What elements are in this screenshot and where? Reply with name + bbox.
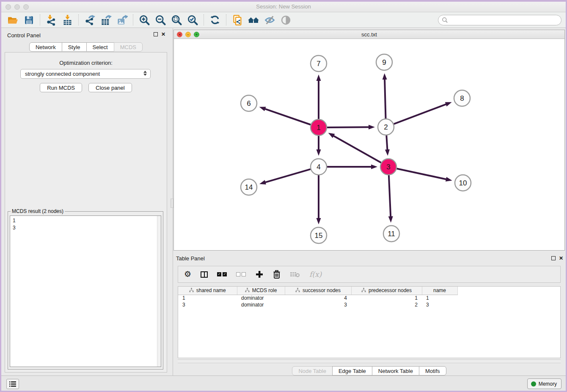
delete-trash-icon[interactable] [273,270,281,279]
tab-mcds[interactable]: MCDS [114,42,143,52]
zoom-in-icon [139,14,150,26]
close-panel-icon[interactable]: ✕ [161,32,165,36]
graph-edge-3-10[interactable] [397,168,447,179]
network-window-titlebar[interactable]: ✕ − + scc.txt [174,30,564,39]
toolbar-separator [78,14,79,25]
open-session-button[interactable] [6,14,19,26]
close-table-panel-icon[interactable]: ✕ [559,256,563,260]
tab-network[interactable]: Network [29,42,62,52]
graph-node-label: 2 [384,123,388,131]
save-session-button[interactable] [22,14,35,26]
memory-label: Memory [539,381,557,387]
graph-node-label: 15 [315,232,323,240]
tab-network-table[interactable]: Network Table [372,366,419,375]
refresh-button[interactable] [209,14,221,26]
export-network-button[interactable] [83,14,96,26]
column-header-successor-nodes[interactable]: successor nodes [285,287,351,295]
mcds-panel: Optimization criterion: strongly connect… [5,52,167,373]
show-graphics-details-button[interactable] [279,14,292,26]
create-column-plus-icon[interactable] [255,270,264,279]
toggle-panes-icon[interactable] [201,271,208,278]
tab-node-table[interactable]: Node Table [292,366,333,375]
delete-table-icon [290,271,300,278]
table-header-row[interactable]: shared name MCDS role successor nodes pr… [178,287,560,295]
graph-node-label: 6 [247,99,250,108]
clone-network-button[interactable] [231,14,244,26]
graph-edge-1-6[interactable] [264,108,311,124]
search-box[interactable] [438,15,561,25]
refresh-icon [209,14,220,25]
zoom-out-button[interactable] [154,14,167,26]
graph-edge-2-3[interactable] [386,135,387,151]
splitter-grip[interactable] [171,199,173,208]
graph-edge-2-9[interactable] [385,78,386,119]
memory-button[interactable]: Memory [527,378,561,389]
run-mcds-button[interactable]: Run MCDS [40,83,82,92]
graph-arrowhead [259,180,266,185]
hide-graphics-details-button[interactable] [263,14,276,26]
graph-edge-2-8[interactable] [394,104,447,124]
column-header-predecessor-nodes[interactable]: predecessor nodes [351,287,422,295]
node-table[interactable]: shared name MCDS role successor nodes pr… [178,286,561,358]
import-network-button[interactable] [45,14,58,26]
result-scrollbar[interactable] [157,216,161,367]
mcds-result-text[interactable]: 1 3 [10,215,161,367]
graph-edge-3-1[interactable] [333,135,381,163]
column-header-mcds-role[interactable]: MCDS role [237,287,285,295]
float-table-panel-icon[interactable] [551,256,556,260]
graph-node-label: 14 [245,183,253,191]
network-graph[interactable]: 7968124314101511 [174,39,564,250]
panel-splitter[interactable] [171,28,173,377]
network-view-window: ✕ − + scc.txt 7968124314101511 [173,30,565,251]
tab-style[interactable]: Style [62,42,87,52]
zoom-fit-button[interactable] [170,14,183,26]
import-table-button[interactable] [61,14,74,26]
graph-edge-3-11[interactable] [389,175,391,218]
result-line: 3 [13,224,158,232]
tab-edge-table[interactable]: Edge Table [332,366,372,375]
graph-edge-1-2[interactable] [327,127,370,127]
graph-node-label: 3 [386,163,390,171]
close-panel-button[interactable]: Close panel [88,83,132,92]
status-bar: Memory [1,375,566,391]
import-table-icon [62,14,73,26]
hierarchy-icon [295,288,300,293]
graphics-details-icon [281,15,291,25]
zoom-in-button[interactable] [138,14,151,26]
unselect-all-columns-icon[interactable] [236,272,246,276]
graph-arrowhead [317,75,321,81]
column-header-name[interactable]: name [422,287,457,295]
column-header-shared-name[interactable]: shared name [178,287,237,295]
home-button[interactable] [247,14,260,26]
dropdown-arrows-icon [143,71,147,76]
graph-arrowhead [371,165,377,169]
graph-edge-4-14[interactable] [264,169,311,183]
select-all-columns-icon[interactable]: ✓✓ [217,272,227,276]
criterion-dropdown[interactable]: strongly connected component [20,69,151,79]
search-input[interactable] [448,17,561,23]
graph-arrowhead [328,133,335,138]
float-panel-icon[interactable] [154,32,158,36]
export-table-button[interactable] [99,14,112,26]
control-panel: Control Panel ✕ Network Style Select MCD… [1,28,171,377]
zoom-selected-button[interactable] [186,14,199,26]
table-row[interactable]: 1dominator 41 1 [178,295,560,301]
toolbar-separator [226,14,226,25]
tab-motifs[interactable]: Motifs [419,366,446,375]
toolbar-separator [40,14,40,25]
graph-node-label: 7 [317,60,320,68]
list-icon [9,381,16,387]
window-titlebar: Session: New Session [1,2,566,12]
optimization-criterion-label: Optimization criterion: [5,60,167,66]
network-canvas[interactable]: 7968124314101511 [174,39,564,250]
network-window-title: scc.txt [174,31,564,38]
zoom-fit-icon [171,14,182,26]
table-row[interactable]: 3dominator 32 3 [178,301,560,308]
task-history-button[interactable] [6,379,19,389]
export-image-button[interactable] [116,14,128,26]
tab-select[interactable]: Select [86,42,114,52]
table-scroll-strip[interactable] [178,359,561,363]
column-settings-gear-icon[interactable]: ⚙ [184,270,191,279]
graph-arrowhead [383,73,387,80]
zoom-selected-icon [187,14,198,26]
